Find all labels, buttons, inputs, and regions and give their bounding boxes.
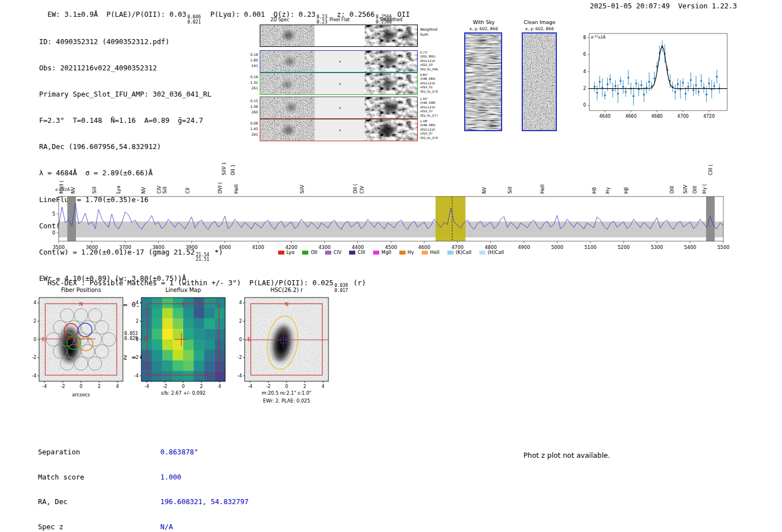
clean-image-xy: x, y: 602, 866 [517,26,562,32]
svg-text:2: 2 [303,384,306,389]
svg-text:2: 2 [200,384,203,389]
svg-text:SiII: SiII [507,186,513,194]
row2-ann-xy: (598, 689) [420,77,448,81]
row2-w2: 1.32 [242,80,258,85]
row1-ann-xy: (602, 866) [420,55,448,59]
date-version: 2025-01-05 20:07:49 Version 1.22.3 [590,2,737,10]
row3-w3: 260 [242,109,258,115]
row1-ann-dist: 0.73" [420,51,448,55]
photz-unavailable-note: Phot z plot not available. [523,451,610,459]
row-value: 196.608321, 54.832797 [160,497,249,506]
svg-text:2: 2 [98,384,101,389]
row3-ann-ifu: 302_RL_077 [420,114,448,118]
svg-text:-2: -2 [32,355,36,360]
spec2d-row2-annotation: 0.85" (598, 689) 20211216 v022_01 302_RL… [420,73,448,94]
svg-text:4700: 4700 [678,114,689,119]
hsc-mag-caption: m:20.5 re:2.1" s:1.0" [261,390,311,396]
hsc-cutout-title: HSC(26.2) r [270,287,303,293]
row2-w1: 0.16 [242,74,258,80]
clean-image-title-block: Clean Image x, y: 602, 866 [517,20,562,31]
table-row-match-score: Match score1.000 [38,473,249,481]
svg-text:SiII: SiII [92,186,97,194]
row2-ann-date: 20211216 [420,82,448,85]
svg-text:-2: -2 [134,355,139,360]
row2-ann-dist: 0.85" [420,73,448,77]
lineflux-map-cutout: -4-4-2-2002244 Lineflux Map s/b: 2.67 +/… [123,281,243,401]
spec2d-row3-annotation: 1.06" (598, 698) 20211216 v022_07 302_RL… [420,97,448,118]
row4-ann-dist: 1.48" [420,119,448,123]
svg-text:Hγ (: Hγ ( [702,184,707,194]
wsum-line2: Sum [420,32,448,37]
svg-text:4: 4 [239,300,242,305]
svg-text:NV: NV [70,187,76,194]
spectrum-line-legend: LyαOIICIVCIIIMgIIHγHeII(K)CaII(H)CaII [59,250,723,255]
svg-text:CII: CII [185,188,190,194]
svg-text:OIII: OIII [692,186,698,194]
fiber-xlabel: arcsecs [72,392,90,397]
svg-text:0: 0 [79,384,82,389]
lineflux-east-label: E [144,337,147,342]
with-sky-noise [465,33,501,130]
clean-image [522,32,557,131]
spec2d-row4-annotation: 1.48" (598, 689) 20211216 v022_07 302_RL… [420,119,448,140]
row3-ann-dist: 1.06" [420,97,448,101]
row4-w2: 1.45 [242,126,258,132]
fiber-positions-cutout: -4-4-2-2002244 Fiber Positions arcsecs N… [20,281,140,401]
svg-text:OII (: OII ( [352,184,358,194]
svg-text:-4: -4 [237,373,242,378]
svg-text:OIII: OIII [669,186,675,194]
row1-ann-date: 20211216 [420,59,448,63]
lineflux-sb-caption: s/b: 2.67 +/- 0.092 [161,390,206,396]
row-value: 1.000 [160,473,182,481]
spec2d-row4-weights: 0.08 1.45 261 [242,121,258,137]
svg-text:MgII (: MgII ( [59,180,64,194]
fiber-east-label: E [42,337,45,342]
svg-text:4: 4 [34,300,36,305]
svg-text:HeII: HeII [540,184,545,194]
svg-text:HeII: HeII [233,184,239,194]
svg-text:Hβ: Hβ [623,187,629,194]
spec2d-fiber-strip-1 [260,50,418,73]
fiber-positions-title: Fiber Positions [61,287,101,293]
spec2d-row1-weights: 0.18 1.80 241 [242,52,258,68]
svg-text:-2: -2 [266,384,270,389]
row4-ann-ifu: 302_RL_076 [420,136,448,140]
spec2d-row1-annotation: 0.73" (602, 866) 20211216 v022_03 302_RL… [420,51,448,71]
row-value: 0.863878" [160,448,198,456]
spec2d-title-pixelflat: Pixel Flat [320,17,359,22]
row4-w3: 261 [242,132,258,137]
svg-text:4: 4 [322,384,325,389]
table-row-radec: RA, Dec196.608321, 54.832797 [38,497,249,506]
spec2d-fiber-strip-3 [260,97,418,119]
svg-text:4660: 4660 [625,114,636,119]
row-label: Separation [38,448,160,456]
info-line-seeing: F=2.3" T=0.148 N̄=1.16 A=0.89 ḡ=24.7 [39,116,223,126]
hsc-north-label: N [285,301,289,307]
svg-text:-4: -4 [134,373,139,378]
with-sky-xy: x, y: 602, 866 [460,26,507,32]
svg-text:2: 2 [34,319,36,324]
svg-text:0: 0 [583,103,586,108]
hsc-r-cutout: -4-4-2-2002244 HSC(26.2) r m:20.5 re:2.1… [226,281,346,410]
svg-text:-4: -4 [42,384,47,389]
svg-text:4640: 4640 [599,114,611,119]
spec2d-row2-weights: 0.16 1.32 261 [242,74,258,90]
svg-text:-4: -4 [32,373,36,378]
spec2d-weighted-strip [260,25,418,47]
row2-ann-ifu: 302_RL_076 [420,90,448,94]
row2-w3: 261 [242,85,258,91]
row3-w1: 0.15 [242,98,258,104]
row2-ann-shot: v022_01 [420,85,448,89]
svg-text:-2: -2 [163,384,167,389]
table-row-specz: Spec zN/A [38,523,249,531]
svg-text:4680: 4680 [651,114,662,119]
info-line-id: ID: 4090352312 (4090352312.pdf) [39,37,223,47]
svg-text:0: 0 [34,337,36,342]
svg-text:SiIV: SiIV [299,185,305,194]
svg-text:6: 6 [583,52,586,57]
row1-ann-shot: v022_03 [420,63,448,67]
row3-ann-shot: v022_07 [420,109,448,113]
clean-image-title: Clean Image [517,20,562,26]
svg-text:4: 4 [218,384,221,389]
row-label: Match score [38,473,160,481]
